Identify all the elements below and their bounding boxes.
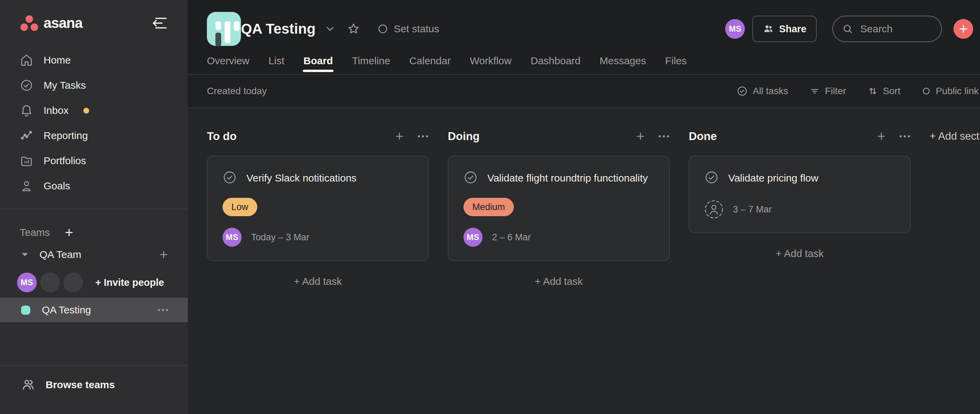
portfolios-icon <box>20 154 33 168</box>
tab-files[interactable]: Files <box>665 55 687 74</box>
sidebar-item-label: My Tasks <box>43 79 86 91</box>
task-card[interactable]: Validate flight roundtrip functionality … <box>448 155 670 261</box>
team-name: QA Team <box>40 249 159 260</box>
kanban-board: To do Verify Slack notitications Low MS … <box>188 108 980 414</box>
sidebar-project-qa-testing[interactable]: QA Testing <box>0 298 188 322</box>
public-link-button[interactable]: Public link <box>921 86 978 97</box>
tab-workflow[interactable]: Workflow <box>469 55 511 74</box>
share-label: Share <box>779 24 807 35</box>
check-circle-icon <box>737 85 748 97</box>
assignee-avatar[interactable]: MS <box>463 228 482 247</box>
invite-people-button[interactable]: + Invite people <box>95 277 164 288</box>
task-card[interactable]: Validate pricing flow 3 – 7 Mar <box>689 155 911 233</box>
search-input[interactable] <box>859 23 929 35</box>
set-status-label: Set status <box>394 23 439 35</box>
add-task-button[interactable]: + Add task <box>689 243 911 265</box>
column-title: Doing <box>448 130 635 143</box>
sidebar-item-label: Home <box>43 54 71 66</box>
add-task-icon[interactable] <box>876 131 887 142</box>
task-card[interactable]: Verify Slack notitications Low MS Today … <box>207 155 429 261</box>
board-toolbar: Created today All tasks Filter Sort Publ… <box>188 74 980 108</box>
tab-list[interactable]: List <box>269 55 285 74</box>
sidebar-item-goals[interactable]: Goals <box>0 173 188 198</box>
favorite-star-icon[interactable] <box>347 22 360 36</box>
sidebar-item-inbox[interactable]: Inbox <box>0 98 188 123</box>
main-area: QA Testing Set status MS Share Overview … <box>188 0 980 414</box>
sidebar-item-reporting[interactable]: Reporting <box>0 123 188 148</box>
task-check-icon[interactable] <box>223 170 237 184</box>
unassigned-avatar-icon[interactable] <box>705 200 724 219</box>
project-board-icon[interactable] <box>207 12 241 46</box>
user-avatar[interactable]: MS <box>725 19 745 39</box>
sidebar: asana Home My Tasks Inbox Reportin <box>0 0 188 414</box>
header-actions: MS Share <box>725 16 973 42</box>
sidebar-item-my-tasks[interactable]: My Tasks <box>0 73 188 98</box>
sidebar-item-portfolios[interactable]: Portfolios <box>0 148 188 173</box>
task-title-row: Validate flight roundtrip functionality <box>463 170 654 186</box>
title-chevron-down-icon[interactable] <box>324 23 336 35</box>
filter-button[interactable]: Filter <box>809 86 846 97</box>
column-title: To do <box>207 130 394 143</box>
column-more-icon[interactable] <box>417 135 429 138</box>
asana-logo[interactable]: asana <box>20 14 82 32</box>
priority-badge: Medium <box>463 198 514 216</box>
column-more-icon[interactable] <box>899 135 911 138</box>
tab-calendar[interactable]: Calendar <box>409 55 451 74</box>
sidebar-header: asana <box>0 0 188 39</box>
add-team-icon[interactable] <box>64 227 74 238</box>
tab-timeline[interactable]: Timeline <box>352 55 390 74</box>
avatar[interactable]: MS <box>17 273 37 292</box>
share-people-icon <box>762 24 774 34</box>
tab-overview[interactable]: Overview <box>207 55 250 74</box>
add-project-icon[interactable] <box>159 249 169 260</box>
task-meta: MS 2 – 6 Mar <box>463 228 654 247</box>
sidebar-item-label: Goals <box>43 180 70 192</box>
browse-teams-button[interactable]: Browse teams <box>0 366 188 404</box>
task-title: Verify Slack notitications <box>247 172 356 184</box>
assignee-avatar[interactable]: MS <box>223 228 242 247</box>
tab-board[interactable]: Board <box>304 55 333 74</box>
column-header: Doing <box>448 127 670 146</box>
filter-icon <box>809 86 820 97</box>
task-title-row: Verify Slack notitications <box>223 170 413 186</box>
task-dates: 2 – 6 Mar <box>492 232 531 243</box>
public-link-label: Public link <box>936 86 978 97</box>
column-header: To do <box>207 127 429 146</box>
add-section-button[interactable]: + Add section <box>930 127 980 146</box>
sidebar-item-label: Portfolios <box>43 155 86 167</box>
task-check-icon[interactable] <box>705 170 719 184</box>
chevron-down-icon[interactable] <box>21 252 29 257</box>
all-tasks-button[interactable]: All tasks <box>737 85 788 97</box>
project-name: QA Testing <box>42 304 157 316</box>
task-title-row: Validate pricing flow <box>705 170 895 186</box>
asana-logo-icon <box>20 14 39 32</box>
share-button[interactable]: Share <box>752 16 817 42</box>
avatar-placeholder[interactable] <box>63 273 83 292</box>
column-more-icon[interactable] <box>658 135 670 138</box>
sidebar-item-home[interactable]: Home <box>0 48 188 73</box>
sidebar-divider <box>0 209 188 209</box>
task-meta: MS Today – 3 Mar <box>223 228 413 247</box>
add-task-icon[interactable] <box>394 131 405 142</box>
tab-dashboard[interactable]: Dashboard <box>530 55 581 74</box>
board-column-doing: Doing Validate flight roundtrip function… <box>448 127 670 292</box>
sort-button[interactable]: Sort <box>867 86 900 97</box>
column-header: Done <box>689 127 911 146</box>
set-status-button[interactable]: Set status <box>377 23 439 35</box>
sidebar-team-qa-team[interactable]: QA Team <box>0 242 188 267</box>
project-more-icon[interactable] <box>157 308 169 312</box>
tab-messages[interactable]: Messages <box>600 55 646 74</box>
task-check-icon[interactable] <box>463 170 478 184</box>
create-button[interactable] <box>953 19 973 39</box>
sidebar-item-label: Reporting <box>43 130 88 141</box>
add-task-button[interactable]: + Add task <box>207 271 429 292</box>
sort-label: Sort <box>883 86 900 97</box>
task-dates: 3 – 7 Mar <box>733 204 772 215</box>
bell-icon <box>20 104 33 117</box>
avatar-placeholder[interactable] <box>40 273 60 292</box>
add-task-button[interactable]: + Add task <box>448 271 670 292</box>
add-task-icon[interactable] <box>635 131 646 142</box>
search-icon <box>842 23 853 35</box>
search-box[interactable] <box>832 16 942 42</box>
sidebar-collapse-icon[interactable] <box>152 17 167 30</box>
